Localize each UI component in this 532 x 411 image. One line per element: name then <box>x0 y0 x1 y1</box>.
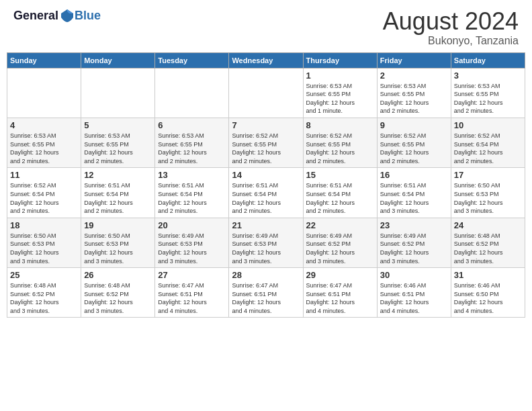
day-number: 14 <box>232 170 300 180</box>
calendar-week-row: 1Sunrise: 6:53 AM Sunset: 6:55 PM Daylig… <box>7 68 525 118</box>
day-info: Sunrise: 6:48 AM Sunset: 6:52 PM Dayligh… <box>454 232 522 265</box>
day-number: 10 <box>454 120 522 130</box>
table-row: 12Sunrise: 6:51 AM Sunset: 6:54 PM Dayli… <box>81 168 155 218</box>
day-number: 9 <box>380 120 448 130</box>
table-row: 17Sunrise: 6:50 AM Sunset: 6:53 PM Dayli… <box>451 168 525 218</box>
day-number: 19 <box>84 220 152 230</box>
day-info: Sunrise: 6:50 AM Sunset: 6:53 PM Dayligh… <box>10 232 78 265</box>
day-info: Sunrise: 6:53 AM Sunset: 6:55 PM Dayligh… <box>454 82 522 116</box>
logo: General Blue <box>13 8 101 23</box>
day-info: Sunrise: 6:50 AM Sunset: 6:53 PM Dayligh… <box>84 232 152 265</box>
table-row: 6Sunrise: 6:53 AM Sunset: 6:55 PM Daylig… <box>155 118 229 167</box>
day-info: Sunrise: 6:51 AM Sunset: 6:54 PM Dayligh… <box>232 181 300 215</box>
month-year-title: August 2024 <box>383 8 519 35</box>
table-row: 2Sunrise: 6:53 AM Sunset: 6:55 PM Daylig… <box>377 68 451 118</box>
day-number: 4 <box>10 120 78 130</box>
calendar-week-row: 11Sunrise: 6:52 AM Sunset: 6:54 PM Dayli… <box>7 168 525 218</box>
table-row: 21Sunrise: 6:49 AM Sunset: 6:53 PM Dayli… <box>229 218 303 267</box>
table-row: 29Sunrise: 6:47 AM Sunset: 6:51 PM Dayli… <box>303 268 377 318</box>
day-info: Sunrise: 6:51 AM Sunset: 6:54 PM Dayligh… <box>84 181 152 215</box>
day-number: 23 <box>380 220 448 230</box>
day-number: 26 <box>84 270 152 280</box>
table-row: 26Sunrise: 6:48 AM Sunset: 6:52 PM Dayli… <box>81 268 155 318</box>
day-number: 24 <box>454 220 522 230</box>
day-number: 12 <box>84 170 152 180</box>
day-info: Sunrise: 6:47 AM Sunset: 6:51 PM Dayligh… <box>232 281 300 315</box>
day-info: Sunrise: 6:53 AM Sunset: 6:55 PM Dayligh… <box>158 132 226 165</box>
day-number: 30 <box>380 270 448 280</box>
table-row: 16Sunrise: 6:51 AM Sunset: 6:54 PM Dayli… <box>377 168 451 218</box>
day-number: 15 <box>306 170 374 180</box>
day-info: Sunrise: 6:48 AM Sunset: 6:52 PM Dayligh… <box>84 281 152 315</box>
day-number: 20 <box>158 220 226 230</box>
calendar-week-row: 25Sunrise: 6:48 AM Sunset: 6:52 PM Dayli… <box>7 268 525 318</box>
day-info: Sunrise: 6:52 AM Sunset: 6:55 PM Dayligh… <box>232 132 300 165</box>
table-row: 27Sunrise: 6:47 AM Sunset: 6:51 PM Dayli… <box>155 268 229 318</box>
table-row: 30Sunrise: 6:46 AM Sunset: 6:51 PM Dayli… <box>377 268 451 318</box>
day-info: Sunrise: 6:51 AM Sunset: 6:54 PM Dayligh… <box>380 181 448 215</box>
table-row: 7Sunrise: 6:52 AM Sunset: 6:55 PM Daylig… <box>229 118 303 167</box>
col-tuesday: Tuesday <box>155 52 229 68</box>
table-row: 5Sunrise: 6:53 AM Sunset: 6:55 PM Daylig… <box>81 118 155 167</box>
calendar-week-row: 4Sunrise: 6:53 AM Sunset: 6:55 PM Daylig… <box>7 118 525 167</box>
day-info: Sunrise: 6:51 AM Sunset: 6:54 PM Dayligh… <box>158 181 226 215</box>
day-info: Sunrise: 6:53 AM Sunset: 6:55 PM Dayligh… <box>84 132 152 165</box>
col-saturday: Saturday <box>451 52 525 68</box>
calendar-body: 1Sunrise: 6:53 AM Sunset: 6:55 PM Daylig… <box>7 68 525 318</box>
table-row: 18Sunrise: 6:50 AM Sunset: 6:53 PM Dayli… <box>7 218 81 267</box>
col-friday: Friday <box>377 52 451 68</box>
calendar-container: Sunday Monday Tuesday Wednesday Thursday… <box>0 52 532 318</box>
col-monday: Monday <box>81 52 155 68</box>
day-info: Sunrise: 6:53 AM Sunset: 6:55 PM Dayligh… <box>380 82 448 116</box>
col-thursday: Thursday <box>303 52 377 68</box>
day-number: 31 <box>454 270 522 280</box>
logo-blue-text: Blue <box>75 9 101 23</box>
day-number: 3 <box>454 71 522 81</box>
day-number: 6 <box>158 120 226 130</box>
day-number: 2 <box>380 71 448 81</box>
table-row: 8Sunrise: 6:52 AM Sunset: 6:55 PM Daylig… <box>303 118 377 167</box>
day-info: Sunrise: 6:52 AM Sunset: 6:54 PM Dayligh… <box>454 132 522 165</box>
day-info: Sunrise: 6:49 AM Sunset: 6:52 PM Dayligh… <box>306 232 374 265</box>
day-info: Sunrise: 6:52 AM Sunset: 6:54 PM Dayligh… <box>10 181 78 215</box>
table-row <box>155 68 229 118</box>
table-row: 13Sunrise: 6:51 AM Sunset: 6:54 PM Dayli… <box>155 168 229 218</box>
table-row: 9Sunrise: 6:52 AM Sunset: 6:55 PM Daylig… <box>377 118 451 167</box>
location-subtitle: Bukonyo, Tanzania <box>383 35 519 47</box>
day-number: 25 <box>10 270 78 280</box>
day-number: 7 <box>232 120 300 130</box>
calendar-header: Sunday Monday Tuesday Wednesday Thursday… <box>7 52 525 68</box>
table-row: 14Sunrise: 6:51 AM Sunset: 6:54 PM Dayli… <box>229 168 303 218</box>
day-info: Sunrise: 6:46 AM Sunset: 6:50 PM Dayligh… <box>454 281 522 315</box>
day-number: 22 <box>306 220 374 230</box>
table-row: 25Sunrise: 6:48 AM Sunset: 6:52 PM Dayli… <box>7 268 81 318</box>
day-number: 27 <box>158 270 226 280</box>
day-info: Sunrise: 6:49 AM Sunset: 6:53 PM Dayligh… <box>232 232 300 265</box>
day-number: 8 <box>306 120 374 130</box>
table-row: 31Sunrise: 6:46 AM Sunset: 6:50 PM Dayli… <box>451 268 525 318</box>
day-info: Sunrise: 6:51 AM Sunset: 6:54 PM Dayligh… <box>306 181 374 215</box>
day-number: 11 <box>10 170 78 180</box>
day-info: Sunrise: 6:53 AM Sunset: 6:55 PM Dayligh… <box>10 132 78 165</box>
day-number: 29 <box>306 270 374 280</box>
page-header: General Blue August 2024 Bukonyo, Tanzan… <box>0 0 532 52</box>
day-info: Sunrise: 6:53 AM Sunset: 6:55 PM Dayligh… <box>306 82 374 116</box>
day-info: Sunrise: 6:47 AM Sunset: 6:51 PM Dayligh… <box>158 281 226 315</box>
table-row: 3Sunrise: 6:53 AM Sunset: 6:55 PM Daylig… <box>451 68 525 118</box>
day-number: 16 <box>380 170 448 180</box>
table-row: 22Sunrise: 6:49 AM Sunset: 6:52 PM Dayli… <box>303 218 377 267</box>
day-info: Sunrise: 6:52 AM Sunset: 6:55 PM Dayligh… <box>380 132 448 165</box>
day-number: 21 <box>232 220 300 230</box>
day-number: 13 <box>158 170 226 180</box>
day-number: 17 <box>454 170 522 180</box>
calendar-table: Sunday Monday Tuesday Wednesday Thursday… <box>7 52 525 318</box>
table-row: 4Sunrise: 6:53 AM Sunset: 6:55 PM Daylig… <box>7 118 81 167</box>
day-info: Sunrise: 6:48 AM Sunset: 6:52 PM Dayligh… <box>10 281 78 315</box>
table-row <box>7 68 81 118</box>
calendar-week-row: 18Sunrise: 6:50 AM Sunset: 6:53 PM Dayli… <box>7 218 525 267</box>
table-row: 15Sunrise: 6:51 AM Sunset: 6:54 PM Dayli… <box>303 168 377 218</box>
logo-general-text: General <box>13 9 58 23</box>
day-info: Sunrise: 6:46 AM Sunset: 6:51 PM Dayligh… <box>380 281 448 315</box>
title-block: August 2024 Bukonyo, Tanzania <box>383 8 519 47</box>
col-wednesday: Wednesday <box>229 52 303 68</box>
